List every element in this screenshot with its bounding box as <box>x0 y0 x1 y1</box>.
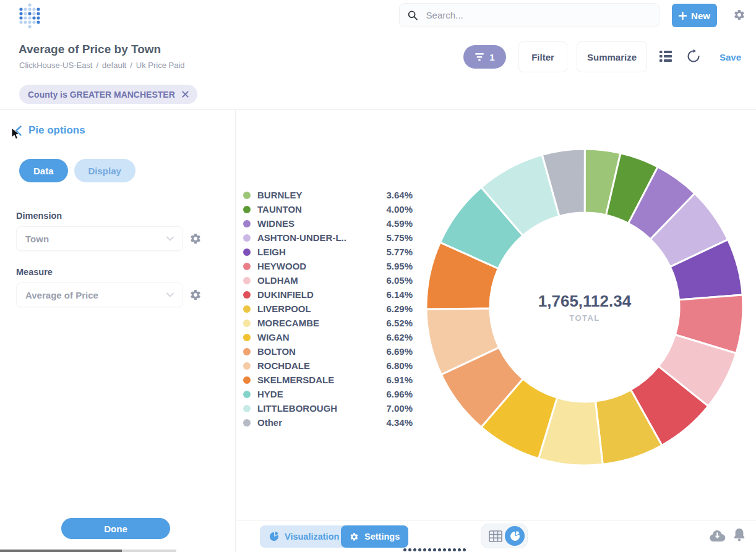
legend-dot <box>243 277 251 284</box>
tab-data[interactable]: Data <box>19 159 68 182</box>
legend-percent: 6.14% <box>386 289 413 300</box>
search-input[interactable] <box>425 9 651 21</box>
legend-item[interactable]: BURNLEY3.64% <box>243 188 413 202</box>
chart-area: BURNLEY3.64%TAUNTON4.00%WIDNES4.59%ASHTO… <box>236 110 756 552</box>
chevron-down-icon <box>166 292 174 297</box>
legend-item[interactable]: LITTLEBOROUGH7.00% <box>243 401 413 415</box>
legend-percent: 3.64% <box>386 190 413 200</box>
breadcrumb-separator: / <box>96 61 98 70</box>
bell-icon[interactable] <box>732 527 746 542</box>
dimension-gear-icon[interactable] <box>189 232 202 245</box>
legend-label: WIDNES <box>257 218 294 229</box>
legend-dot <box>243 192 251 199</box>
visualization-button[interactable]: Visualization <box>260 525 348 548</box>
close-icon[interactable] <box>182 91 189 98</box>
donut-chart <box>424 146 745 468</box>
legend-percent: 4.00% <box>386 204 413 214</box>
legend-item[interactable]: BOLTON6.69% <box>243 344 413 359</box>
breadcrumb-schema[interactable]: default <box>102 61 126 70</box>
legend-item[interactable]: HYDE6.96% <box>243 387 413 401</box>
app-logo-icon[interactable] <box>16 2 43 29</box>
filter-button[interactable]: Filter <box>518 41 567 72</box>
legend-item[interactable]: TAUNTON4.00% <box>243 202 413 216</box>
legend-dot <box>243 248 251 256</box>
breadcrumb-separator: / <box>130 61 132 70</box>
page-title: Average of Price by Town <box>19 43 161 56</box>
filter-chips-row: County is GREATER MANCHESTER <box>0 80 756 110</box>
breadcrumb-database[interactable]: ClickHouse-US-East <box>19 61 92 70</box>
breadcrumb[interactable]: ClickHouse-US-East / default / Uk Price … <box>19 61 185 70</box>
filter-count-pill[interactable]: 1 <box>463 45 506 69</box>
legend-item[interactable]: LEIGH5.77% <box>243 245 413 259</box>
measure-select[interactable]: Average of Price <box>16 282 183 307</box>
view-toggle <box>481 524 528 548</box>
peeking-content-dots <box>403 548 466 551</box>
measure-label: Measure <box>16 267 53 277</box>
legend-percent: 6.80% <box>386 360 413 371</box>
refresh-icon[interactable] <box>687 49 700 63</box>
pie-legend: BURNLEY3.64%TAUNTON4.00%WIDNES4.59%ASHTO… <box>243 188 413 430</box>
legend-item[interactable]: Other4.34% <box>243 415 413 430</box>
legend-dot <box>243 376 251 384</box>
horizontal-scrollbar[interactable] <box>0 550 176 552</box>
legend-item[interactable]: LIVERPOOL6.29% <box>243 302 413 316</box>
done-button[interactable]: Done <box>61 518 170 539</box>
legend-dot <box>243 348 251 355</box>
legend-percent: 7.00% <box>386 403 413 414</box>
pie-options-sidebar: Pie options Data Display Dimension Town … <box>0 110 236 552</box>
legend-dot <box>243 405 251 412</box>
dimension-label: Dimension <box>16 211 62 221</box>
summarize-button[interactable]: Summarize <box>577 41 647 72</box>
legend-label: LIVERPOOL <box>257 304 311 314</box>
legend-dot <box>243 291 251 299</box>
pie-view-icon[interactable] <box>505 526 525 546</box>
legend-percent: 6.29% <box>386 304 413 314</box>
legend-percent: 5.77% <box>386 247 413 257</box>
gear-icon[interactable] <box>733 9 745 21</box>
legend-percent: 6.69% <box>386 346 413 357</box>
legend-item[interactable]: HEYWOOD5.95% <box>243 259 413 273</box>
save-button[interactable]: Save <box>719 52 741 62</box>
measure-gear-icon[interactable] <box>189 289 202 301</box>
filter-chip[interactable]: County is GREATER MANCHESTER <box>19 85 197 104</box>
search-icon <box>408 10 418 21</box>
dimension-select[interactable]: Town <box>16 226 183 251</box>
legend-percent: 6.52% <box>386 318 413 328</box>
new-button[interactable]: New <box>672 4 717 27</box>
legend-item[interactable]: MORECAMBE6.52% <box>243 316 413 330</box>
download-icon[interactable] <box>709 529 726 542</box>
legend-label: MORECAMBE <box>257 318 319 328</box>
legend-dot <box>243 263 251 270</box>
scrollbar-thumb[interactable] <box>0 550 122 552</box>
legend-dot <box>243 391 251 398</box>
breadcrumb-table[interactable]: Uk Price Paid <box>136 61 185 70</box>
legend-label: LITTLEBOROUGH <box>257 403 337 414</box>
legend-dot <box>243 206 251 213</box>
new-button-label: New <box>691 11 710 21</box>
legend-percent: 6.62% <box>386 332 413 342</box>
settings-button[interactable]: Settings <box>341 525 408 548</box>
pie-chart-icon <box>269 532 279 541</box>
legend-item[interactable]: OLDHAM6.05% <box>243 273 413 287</box>
legend-dot <box>243 334 251 341</box>
legend-dot <box>243 234 251 242</box>
legend-item[interactable]: WIDNES4.59% <box>243 216 413 231</box>
legend-percent: 6.91% <box>386 375 413 385</box>
measure-value: Average of Price <box>25 290 98 300</box>
legend-item[interactable]: ROCHDALE6.80% <box>243 359 413 373</box>
legend-item[interactable]: ASHTON-UNDER-L..5.75% <box>243 231 413 245</box>
tab-display[interactable]: Display <box>74 159 135 182</box>
legend-item[interactable]: WIGAN6.62% <box>243 330 413 344</box>
legend-item[interactable]: SKELMERSDALE6.91% <box>243 373 413 387</box>
notebook-view-icon[interactable] <box>659 51 672 62</box>
dimension-value: Town <box>25 234 49 244</box>
table-view-icon[interactable] <box>489 530 502 542</box>
legend-label: DUKINFIELD <box>257 289 314 300</box>
legend-percent: 5.95% <box>386 261 413 271</box>
legend-item[interactable]: DUKINFIELD6.14% <box>243 287 413 302</box>
filter-count: 1 <box>489 52 494 62</box>
legend-label: HEYWOOD <box>257 261 306 271</box>
search-bar[interactable] <box>399 3 659 27</box>
plus-icon <box>679 12 687 20</box>
legend-percent: 4.34% <box>386 417 413 428</box>
